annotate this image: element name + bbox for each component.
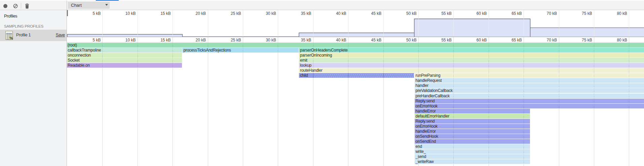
flame-frame-handler[interactable]: handler xyxy=(415,83,644,88)
bar-gridline-tick xyxy=(559,73,559,78)
bar-gridline-tick xyxy=(629,63,629,68)
overview-area-chart xyxy=(67,10,644,37)
flame-frame-label: end xyxy=(416,144,422,149)
flame-frame--writeraw[interactable]: _writeRaw xyxy=(415,159,530,164)
flame-frame-label: write_ xyxy=(416,149,426,154)
bar-gridline-tick xyxy=(489,48,489,53)
bar-gridline-tick xyxy=(453,104,454,108)
bar-gridline-tick xyxy=(453,58,454,63)
view-mode-select[interactable]: Chart xyxy=(68,2,110,9)
flame-frame-reply-send[interactable]: Reply.send xyxy=(415,99,644,103)
flame-frame--send[interactable]: _send xyxy=(415,154,530,159)
flame-frame-label: _writeRaw xyxy=(416,159,434,164)
flame-frame-readable-on[interactable]: Readable.on xyxy=(67,63,182,68)
flame-frame-onerrorhook[interactable]: onErrorHook xyxy=(415,124,530,129)
overview-tick-label: 15 kB xyxy=(160,11,171,16)
flame-frame-onsendend[interactable]: onSendEnd xyxy=(415,139,530,144)
bar-gridline-tick xyxy=(418,48,419,53)
bar-gridline-tick xyxy=(559,68,559,73)
bar-gridline-tick xyxy=(524,43,524,47)
bar-gridline-tick xyxy=(102,53,103,58)
flame-frame-emit[interactable]: emit xyxy=(299,58,644,63)
bar-gridline-tick xyxy=(313,73,313,78)
flame-frame-label: parserOnIncoming xyxy=(300,53,332,58)
flame-frame-prehandlercallback[interactable]: preHandlerCallback xyxy=(415,94,644,98)
bar-gridline-tick xyxy=(453,154,454,159)
flame-frame-processticksandrejections[interactable]: processTicksAndRejections xyxy=(182,48,298,53)
flame-frame-handlerequest[interactable]: handleRequest xyxy=(415,78,644,83)
flame-tick-label: 5 kB xyxy=(92,38,101,42)
bar-gridline-tick xyxy=(102,63,103,68)
bar-gridline-tick xyxy=(418,53,419,58)
bar-gridline-tick xyxy=(594,83,594,88)
bar-gridline-tick xyxy=(278,48,278,53)
bar-gridline-tick xyxy=(489,114,489,119)
flame-frame-onerrorhook[interactable]: onErrorHook xyxy=(415,104,644,108)
bar-gridline-tick xyxy=(489,99,489,103)
overview-gridline-tick xyxy=(489,20,489,37)
flame-frame-label: preHandlerCallback xyxy=(416,94,450,99)
bar-gridline-tick xyxy=(489,124,489,129)
flame-frame-parseronheaderscomplete[interactable]: parserOnHeadersComplete xyxy=(299,48,644,53)
flame-frame-label: child xyxy=(300,73,308,78)
flame-frame-label: (root) xyxy=(68,43,77,48)
bar-gridline-tick xyxy=(348,63,348,68)
flame-frame-routehandler[interactable]: routeHandler xyxy=(299,68,644,73)
flame-frame-child[interactable]: child xyxy=(299,73,414,78)
delete-profile-button[interactable] xyxy=(24,1,31,11)
overview-gridline xyxy=(348,10,348,37)
bar-gridline-tick xyxy=(383,58,384,63)
flame-tick-label: 55 kB xyxy=(441,38,452,42)
overview-area-path xyxy=(67,19,644,37)
save-profile-link[interactable]: Save xyxy=(56,33,65,37)
flame-frame-runpreparsing[interactable]: runPreParsing xyxy=(415,73,644,78)
bar-gridline-tick xyxy=(489,119,489,124)
overview-tick-label: 10 kB xyxy=(125,11,136,16)
flame-frame-write-[interactable]: write_ xyxy=(415,149,530,154)
bar-gridline-tick xyxy=(594,43,594,47)
flame-frame-handleerror[interactable]: handleError xyxy=(415,109,530,113)
bar-gridline-tick xyxy=(489,58,489,63)
overview-gridline-tick xyxy=(138,35,138,37)
bar-gridline-tick xyxy=(559,99,559,103)
flame-tick-label: 15 kB xyxy=(160,38,171,42)
bar-gridline-tick xyxy=(453,43,454,47)
flame-tick-label: 25 kB xyxy=(231,38,241,42)
bar-gridline-tick xyxy=(489,149,489,154)
clear-all-profiles-button[interactable] xyxy=(12,1,19,11)
overview-tick-label: 80 kB xyxy=(617,11,627,16)
bar-gridline-tick xyxy=(313,43,313,47)
flame-frame-onconnection[interactable]: onconnection xyxy=(67,53,182,58)
bar-gridline-tick xyxy=(418,58,419,63)
overview-gridline xyxy=(138,10,138,37)
flame-frame-prevalidationcallback[interactable]: preValidationCallback xyxy=(415,88,644,93)
flame-frame-onsendhook[interactable]: onSendHook xyxy=(415,134,530,139)
flame-frame-reply-send[interactable]: Reply.send xyxy=(415,119,530,124)
flame-frame-handleerror[interactable]: handleError xyxy=(415,129,530,134)
bar-gridline-tick xyxy=(594,104,594,108)
flame-frame-label: Readable.on xyxy=(68,63,90,68)
bar-gridline-tick xyxy=(418,43,419,47)
bar-gridline-tick xyxy=(629,94,629,98)
record-button[interactable] xyxy=(2,1,9,11)
flame-frame-label: preValidationCallback xyxy=(416,88,453,93)
overview-left-grip[interactable] xyxy=(67,10,68,16)
bar-gridline-tick xyxy=(453,139,454,144)
flame-frame-callbacktrampoline[interactable]: callbackTrampoline xyxy=(67,48,182,53)
flame-frame-parseronincoming[interactable]: parserOnIncoming xyxy=(299,53,644,58)
sidebar-item-profile-1[interactable]: % Profile 1 Save xyxy=(0,30,67,41)
bar-gridline-tick xyxy=(453,144,454,149)
flame-frame-end[interactable]: end xyxy=(415,144,530,149)
flame-frame--root-[interactable]: (root) xyxy=(67,43,644,47)
bar-gridline-tick xyxy=(559,48,559,53)
flame-frame-lookup[interactable]: lookup xyxy=(299,63,644,68)
flame-gridline xyxy=(278,37,278,166)
flame-frame-defaulterrorhandler[interactable]: defaultErrorHandler xyxy=(415,114,530,119)
bar-gridline-tick xyxy=(489,73,489,78)
flame-chart[interactable]: 5 kB5 kB10 kB10 kB15 kB15 kB20 kB20 kB25… xyxy=(67,10,644,166)
flame-tick-label: 65 kB xyxy=(512,38,522,42)
overview-gridline-tick xyxy=(453,20,454,37)
flame-frame-socket[interactable]: Socket xyxy=(67,58,182,63)
overview-gridline xyxy=(173,10,173,37)
bar-gridline-tick xyxy=(348,48,348,53)
